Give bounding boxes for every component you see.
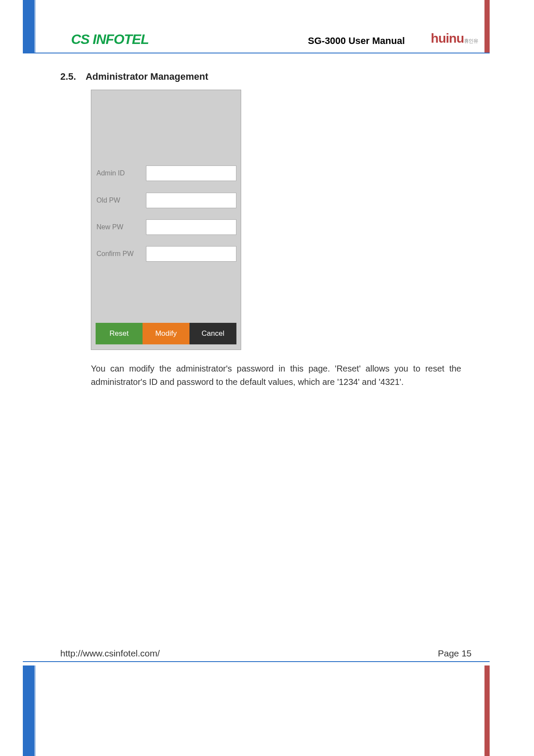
description-paragraph: You can modify the administrator's passw… [91, 362, 461, 389]
input-old-pw[interactable] [146, 193, 236, 208]
section-heading: 2.5.Administrator Management [60, 71, 208, 82]
label-new-pw: New PW [96, 223, 146, 231]
label-old-pw: Old PW [96, 197, 146, 204]
section-number: 2.5. [60, 71, 76, 82]
button-row: Reset Modify Cancel [96, 323, 236, 344]
logo-csinfotel: CS INFOTEL [71, 31, 149, 47]
reset-button[interactable]: Reset [96, 323, 143, 344]
label-admin-id: Admin ID [96, 169, 146, 177]
bottom-accent-right [484, 665, 490, 756]
input-admin-id[interactable] [146, 166, 236, 181]
footer-page: Page 15 [438, 648, 472, 659]
cancel-button[interactable]: Cancel [189, 323, 236, 344]
page-footer: http://www.csinfotel.com/ Page 15 [0, 648, 534, 665]
row-new-pw: New PW [96, 219, 236, 235]
page-header: CS INFOTEL SG-3000 User Manual huinu휴인유 [0, 30, 534, 54]
row-admin-id: Admin ID [96, 166, 236, 181]
logo-huinu: huinu휴인유 [431, 31, 478, 46]
row-old-pw: Old PW [96, 193, 236, 208]
footer-url: http://www.csinfotel.com/ [60, 648, 160, 659]
section-title: Administrator Management [86, 71, 208, 82]
logo-huinu-sub: 휴인유 [464, 38, 478, 44]
label-confirm-pw: Confirm PW [96, 250, 146, 258]
header-divider [23, 53, 490, 53]
input-new-pw[interactable] [146, 219, 236, 235]
logo-huinu-text: huinu [431, 31, 464, 45]
modify-button[interactable]: Modify [143, 323, 189, 344]
row-confirm-pw: Confirm PW [96, 246, 236, 262]
footer-divider [23, 661, 490, 662]
manual-title: SG-3000 User Manual [308, 35, 405, 47]
input-confirm-pw[interactable] [146, 246, 236, 262]
admin-form-panel: Admin ID Old PW New PW Confirm PW Reset … [91, 90, 241, 350]
bottom-accent-left [23, 665, 36, 756]
